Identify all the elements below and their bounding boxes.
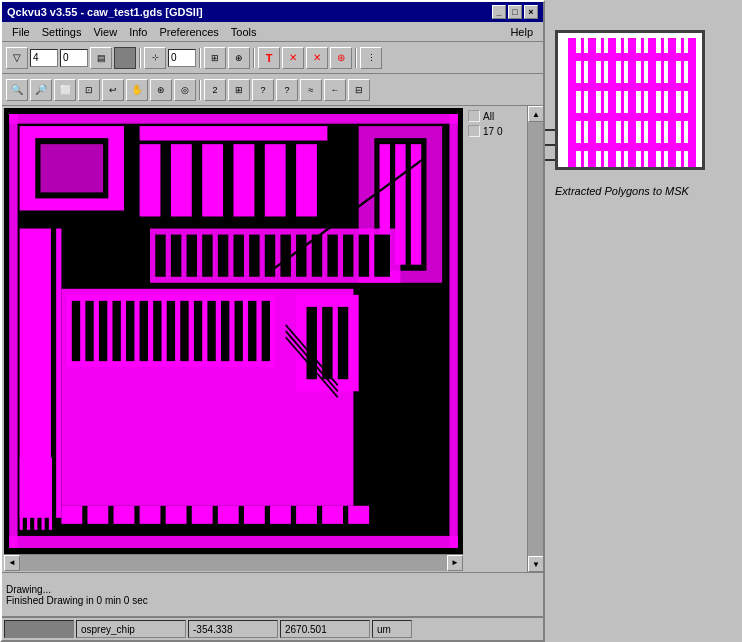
scroll-down-button[interactable]: ▼ [528,556,543,572]
funnel-icon: ▽ [13,52,21,63]
layer-select-button[interactable]: ▤ [90,47,112,69]
help1-icon: ⊞ [235,85,243,95]
svg-rect-75 [262,301,270,361]
status-line-1: Drawing... [6,584,539,595]
svg-rect-37 [359,235,369,277]
menu-file[interactable]: File [6,24,36,40]
svg-rect-61 [72,301,80,361]
v-scroll-track[interactable] [528,122,543,556]
popup-zoom-window [555,30,705,170]
zoom-box-button[interactable]: ⬜ [54,79,76,101]
svg-rect-43 [49,458,52,530]
info-button[interactable]: ≈ [300,79,322,101]
menu-settings[interactable]: Settings [36,24,88,40]
svg-rect-32 [280,235,290,277]
help3-button[interactable]: ? [276,79,298,101]
svg-rect-44 [61,506,82,524]
svg-rect-99 [568,143,696,151]
menu-help[interactable]: Help [504,24,539,40]
menu-info[interactable]: Info [123,24,153,40]
svg-rect-13 [234,144,255,216]
back-button[interactable]: ← [324,79,346,101]
svg-rect-3 [449,114,457,548]
layer-input[interactable] [30,49,58,67]
zoom-prev-button[interactable]: ↩ [102,79,124,101]
snap-input[interactable] [168,49,196,67]
close-button[interactable]: × [524,5,538,19]
all-checkbox[interactable] [468,110,480,122]
compass-icon: ◎ [181,85,189,95]
forward-icon: ⊟ [355,85,363,95]
text-icon: T [266,52,273,64]
svg-rect-41 [34,458,37,530]
svg-rect-98 [568,113,696,121]
datatype-input[interactable] [60,49,88,67]
select-button[interactable]: ✕ [282,47,304,69]
zoom-button[interactable]: ⊕ [228,47,250,69]
svg-rect-69 [180,301,188,361]
help1-button[interactable]: ⊞ [228,79,250,101]
svg-rect-70 [194,301,202,361]
svg-rect-29 [234,235,244,277]
maximize-button[interactable]: □ [508,5,522,19]
options-button[interactable]: ⋮ [360,47,382,69]
layer17-checkbox[interactable] [468,125,480,137]
menu-view[interactable]: View [87,24,123,40]
h-scroll-track[interactable] [20,555,447,571]
zoom-in-button[interactable]: 🔍 [6,79,28,101]
title-text: Qckvu3 v3.55 - caw_test1.gds [GDSII] [7,6,203,18]
status-bar: Drawing... Finished Drawing in 0 min 0 s… [2,572,543,616]
zoom-match-icon: ⊛ [157,85,165,95]
svg-rect-40 [27,458,30,530]
color-selector[interactable] [114,47,136,69]
scroll-left-button[interactable]: ◄ [4,555,20,571]
svg-rect-63 [99,301,107,361]
x-coord-field: -354.338 [188,620,278,638]
snap-icon: ⊹ [152,53,159,62]
text-tool-button[interactable]: T [258,47,280,69]
svg-rect-53 [296,506,317,524]
highlight-button[interactable]: ⊛ [330,47,352,69]
forward-button[interactable]: ⊟ [348,79,370,101]
minimize-button[interactable]: _ [492,5,506,19]
zoom-out-button[interactable]: 🔎 [30,79,52,101]
snap-button[interactable]: ⊹ [144,47,166,69]
svg-rect-25 [171,235,181,277]
menu-tools[interactable]: Tools [225,24,263,40]
filter-button[interactable]: ▽ [6,47,28,69]
right-panel: All 17 0 ▲ ▼ [465,106,543,572]
svg-rect-36 [343,235,353,277]
svg-rect-47 [140,506,161,524]
svg-rect-14 [265,144,286,216]
grid-button[interactable]: ⊞ [204,47,226,69]
ruler-icon: 2 [212,85,217,95]
compass-button[interactable]: ◎ [174,79,196,101]
zoom-box-icon: ⬜ [60,85,71,95]
zoom-fit-button[interactable]: ⊡ [78,79,100,101]
svg-rect-15 [296,144,317,216]
ruler-button[interactable]: 2 [204,79,226,101]
outer-area: Extracted Polygons to MSK [545,0,742,642]
help2-button[interactable]: ? [252,79,274,101]
toolbar-1: ▽ ▤ ⊹ ⊞ ⊕ T ✕ [2,42,543,74]
pan-button[interactable]: ✋ [126,79,148,101]
svg-rect-10 [140,144,161,216]
scroll-up-button[interactable]: ▲ [528,106,543,122]
layer-list: All 17 0 [465,106,527,572]
deselect-button[interactable]: ✕ [306,47,328,69]
zoom-prev-icon: ↩ [109,85,117,95]
main-canvas[interactable] [4,108,463,554]
zoom-match-button[interactable]: ⊛ [150,79,172,101]
svg-rect-31 [265,235,275,277]
canvas-area: ◄ ► [2,106,465,572]
svg-rect-30 [249,235,259,277]
menu-preferences[interactable]: Preferences [154,24,225,40]
separator-3 [253,48,255,68]
svg-rect-65 [126,301,134,361]
v-scrollbar: ▲ ▼ [527,106,543,572]
all-label: All [483,111,494,122]
scroll-right-button[interactable]: ► [447,555,463,571]
zoom-fit-icon: ⊡ [85,85,93,95]
svg-rect-74 [248,301,256,361]
help2-icon: ? [260,85,265,95]
